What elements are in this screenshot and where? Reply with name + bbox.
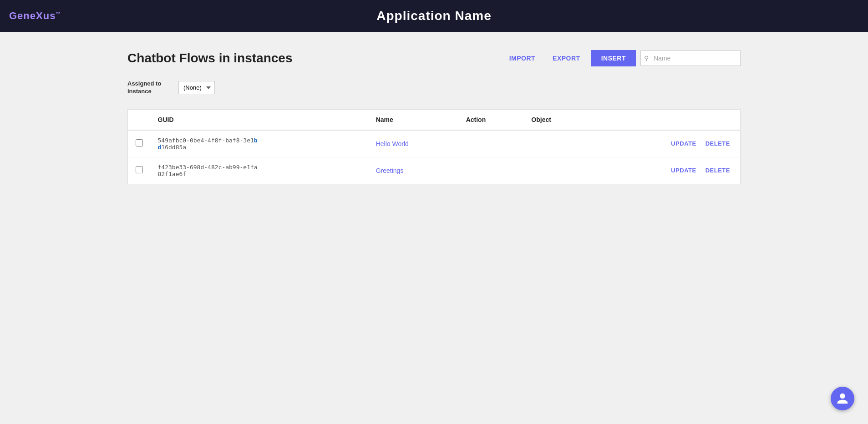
logo-trademark: ™ xyxy=(56,11,61,16)
row2-name-cell: Greetings xyxy=(369,157,459,184)
app-logo: GeneXus™ xyxy=(9,10,61,22)
flows-table: GUID Name Action Object 549afbc0-0be4-4f… xyxy=(127,109,741,184)
search-icon: ⚲ xyxy=(644,55,649,62)
col-checkbox xyxy=(128,109,151,130)
row2-actions-cell: UPDATE DELETE xyxy=(589,157,740,184)
row2-action-cell xyxy=(459,157,524,184)
filter-label: Assigned to instance xyxy=(127,80,173,96)
user-icon xyxy=(836,392,849,405)
export-button[interactable]: EXPORT xyxy=(546,51,587,66)
app-header: GeneXus™ Application Name xyxy=(0,0,868,32)
row1-guid: 549afbc0-0be4-4f8f-baf8-3e1bd16dd85a xyxy=(158,137,258,151)
page-title: Chatbot Flows in instances xyxy=(127,51,494,66)
row1-update-button[interactable]: UPDATE xyxy=(668,138,699,149)
row2-object-cell xyxy=(524,157,589,184)
main-content: Chatbot Flows in instances IMPORT EXPORT… xyxy=(0,32,868,202)
col-object: Object xyxy=(524,109,589,130)
toolbar-actions: IMPORT EXPORT INSERT ⚲ xyxy=(503,50,741,66)
row2-delete-button[interactable]: DELETE xyxy=(703,165,733,176)
row1-name-link[interactable]: Hello World xyxy=(376,140,409,147)
col-actions xyxy=(589,109,740,130)
col-guid: GUID xyxy=(151,109,369,130)
table-header: GUID Name Action Object xyxy=(128,109,741,130)
row2-checkbox-cell xyxy=(128,157,151,184)
row1-guid-highlight: bd xyxy=(158,137,258,151)
row2-guid-cell: f423be33-698d-482c-ab99-e1fa82f1ae6f xyxy=(151,157,369,184)
insert-button[interactable]: INSERT xyxy=(591,50,636,66)
row2-update-button[interactable]: UPDATE xyxy=(668,165,699,176)
table-header-row: GUID Name Action Object xyxy=(128,109,741,130)
filter-row: Assigned to instance (None) xyxy=(127,80,741,96)
table-row: 549afbc0-0be4-4f8f-baf8-3e1bd16dd85a Hel… xyxy=(128,130,741,157)
import-button[interactable]: IMPORT xyxy=(503,51,542,66)
page-header-row: Chatbot Flows in instances IMPORT EXPORT… xyxy=(127,50,741,66)
col-name: Name xyxy=(369,109,459,130)
row1-action-cell xyxy=(459,130,524,157)
row1-checkbox-cell xyxy=(128,130,151,157)
app-title: Application Name xyxy=(376,9,491,23)
search-input[interactable] xyxy=(640,50,741,66)
row1-delete-button[interactable]: DELETE xyxy=(703,138,733,149)
row2-action-buttons: UPDATE DELETE xyxy=(597,165,733,176)
col-action: Action xyxy=(459,109,524,130)
row1-actions-cell: UPDATE DELETE xyxy=(589,130,740,157)
row1-action-buttons: UPDATE DELETE xyxy=(597,138,733,149)
search-container: ⚲ xyxy=(640,50,741,66)
table-body: 549afbc0-0be4-4f8f-baf8-3e1bd16dd85a Hel… xyxy=(128,130,741,184)
instance-filter-select[interactable]: (None) xyxy=(178,81,215,94)
row1-guid-cell: 549afbc0-0be4-4f8f-baf8-3e1bd16dd85a xyxy=(151,130,369,157)
logo-text: GeneXus xyxy=(9,10,56,21)
row2-name-link[interactable]: Greetings xyxy=(376,167,404,174)
row1-object-cell xyxy=(524,130,589,157)
row2-guid: f423be33-698d-482c-ab99-e1fa82f1ae6f xyxy=(158,164,258,177)
row2-checkbox[interactable] xyxy=(136,166,143,173)
row1-name-cell: Hello World xyxy=(369,130,459,157)
user-avatar-button[interactable] xyxy=(831,387,854,410)
row1-checkbox[interactable] xyxy=(136,139,143,146)
table-row: f423be33-698d-482c-ab99-e1fa82f1ae6f Gre… xyxy=(128,157,741,184)
